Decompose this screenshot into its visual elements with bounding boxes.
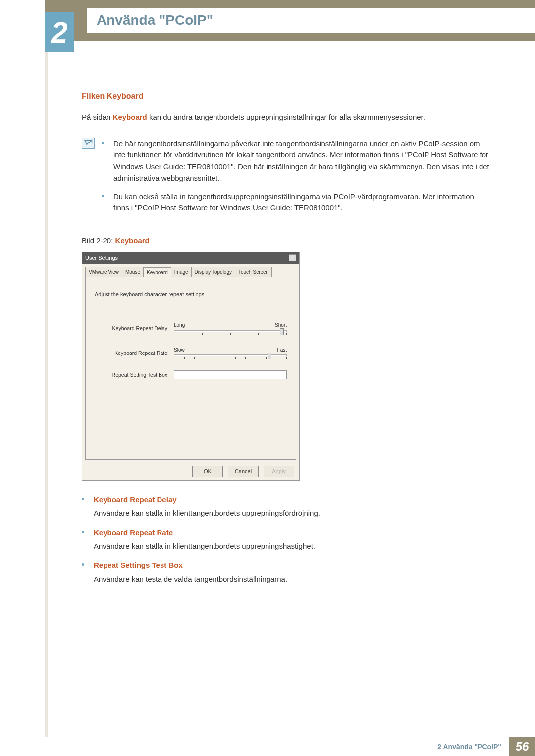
delay-slider-thumb[interactable] xyxy=(280,328,284,335)
footer-page-number: 56 xyxy=(509,737,535,756)
delay-slider-box: Long Short xyxy=(174,321,287,335)
rate-slider[interactable] xyxy=(174,354,287,356)
footer-label: 2 Använda "PCoIP" xyxy=(437,737,509,756)
tab-instruction: Adjust the keyboard character repeat set… xyxy=(95,290,287,299)
chapter-badge: 2 xyxy=(45,12,74,52)
page-header: 2 Använda "PCoIP" xyxy=(45,0,535,41)
apply-button: Apply xyxy=(264,466,294,477)
figure-caption: Bild 2-20: Keyboard xyxy=(82,235,490,246)
rate-label: Keyboard Repeat Rate: xyxy=(95,349,174,357)
dialog-title-text: User Settings xyxy=(85,254,118,262)
intro-prefix: På sidan xyxy=(82,113,113,121)
rate-left-label: Slow xyxy=(174,346,185,354)
definition-item: Keyboard Repeat Rate Användare kan ställ… xyxy=(82,527,490,552)
intro-paragraph: På sidan Keyboard kan du ändra tangentbo… xyxy=(82,111,490,123)
dialog-titlebar: User Settings × xyxy=(82,252,299,264)
left-decor-strip xyxy=(45,52,48,737)
intro-suffix: kan du ändra tangentbordets upprepningsi… xyxy=(147,113,425,121)
tab-vmware-view[interactable]: VMware View xyxy=(85,267,122,277)
note-icon xyxy=(82,138,95,149)
intro-bold: Keyboard xyxy=(113,113,147,121)
dialog-button-row: OK Cancel Apply xyxy=(82,463,299,480)
definition-desc: Användare kan ställa in klienttangentbor… xyxy=(94,540,490,552)
section-title: Fliken Keyboard xyxy=(82,90,490,102)
test-row: Repeat Setting Test Box: xyxy=(95,370,287,379)
definition-term: Keyboard Repeat Delay xyxy=(94,494,490,505)
delay-row: Keyboard Repeat Delay: Long Short xyxy=(95,321,287,335)
caption-prefix: Bild 2-20: xyxy=(82,236,115,245)
note-block: De här tangentbordsinställningarna påver… xyxy=(82,138,490,221)
tab-touch-screen[interactable]: Touch Screen xyxy=(235,267,272,277)
tab-keyboard[interactable]: Keyboard xyxy=(143,267,171,278)
definitions-list: Keyboard Repeat Delay Användare kan stäl… xyxy=(82,494,490,585)
delay-label: Keyboard Repeat Delay: xyxy=(95,324,174,332)
tab-body: Adjust the keyboard character repeat set… xyxy=(85,277,296,460)
note-item: Du kan också ställa in tangentbordsuppre… xyxy=(102,191,490,214)
definition-desc: Användare kan ställa in klienttangentbor… xyxy=(94,507,490,519)
delay-slider[interactable] xyxy=(174,330,287,332)
delay-ticks xyxy=(174,333,287,335)
chapter-title: Använda "PCoIP" xyxy=(87,8,535,33)
chapter-number: 2 xyxy=(51,15,67,50)
close-icon[interactable]: × xyxy=(289,254,296,261)
rate-row: Keyboard Repeat Rate: Slow Fast xyxy=(95,346,287,360)
definition-desc: Användare kan testa de valda tangentbord… xyxy=(94,573,490,585)
ok-button[interactable]: OK xyxy=(192,466,223,477)
delay-left-label: Long xyxy=(174,321,185,329)
tab-strip: VMware View Mouse Keyboard Image Display… xyxy=(82,264,299,277)
caption-bold: Keyboard xyxy=(115,236,150,245)
tab-image[interactable]: Image xyxy=(171,267,192,277)
page-footer: 2 Använda "PCoIP" 56 xyxy=(0,737,535,756)
rate-slider-box: Slow Fast xyxy=(174,346,287,360)
page-content: Fliken Keyboard På sidan Keyboard kan du… xyxy=(0,41,535,627)
note-item: De här tangentbordsinställningarna påver… xyxy=(102,138,490,184)
rate-right-label: Fast xyxy=(277,346,287,354)
tab-mouse[interactable]: Mouse xyxy=(122,267,144,277)
definition-item: Keyboard Repeat Delay Användare kan stäl… xyxy=(82,494,490,519)
definition-term: Repeat Settings Test Box xyxy=(94,559,490,571)
rate-slider-thumb[interactable] xyxy=(268,353,271,359)
test-label: Repeat Setting Test Box: xyxy=(95,371,174,379)
note-list: De här tangentbordsinställningarna påver… xyxy=(102,138,490,221)
cancel-button[interactable]: Cancel xyxy=(228,466,259,477)
definition-term: Keyboard Repeat Rate xyxy=(94,527,490,538)
definition-item: Repeat Settings Test Box Användare kan t… xyxy=(82,559,490,585)
user-settings-dialog: User Settings × VMware View Mouse Keyboa… xyxy=(82,252,300,481)
repeat-test-input[interactable] xyxy=(174,370,287,379)
tab-display-topology[interactable]: Display Topology xyxy=(191,267,235,277)
